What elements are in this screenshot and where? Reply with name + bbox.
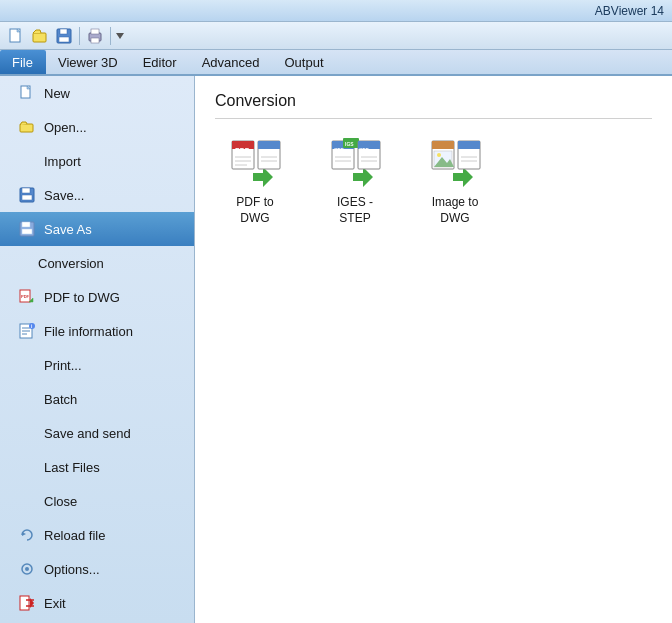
sidebar-item-saveandsend[interactable]: Save and send <box>0 416 194 450</box>
svg-rect-8 <box>91 38 99 43</box>
svg-text:DWG: DWG <box>260 148 275 154</box>
conversion-grid: PDF DWG PDF to DWG <box>215 131 652 232</box>
toolbar-open-icon[interactable] <box>29 25 51 47</box>
sidebar-item-batch[interactable]: Batch <box>0 382 194 416</box>
toolbar-divider-1 <box>79 27 80 45</box>
toolbar-print-icon[interactable] <box>84 25 106 47</box>
image-to-dwg-icon: DWG <box>429 137 481 189</box>
conversion-item-image-to-dwg[interactable]: DWG Image toDWG <box>415 131 495 232</box>
sidebar-item-conversion[interactable]: Conversion <box>0 246 194 280</box>
options-icon <box>18 560 36 578</box>
conversion-item-iges-step[interactable]: STP IGS STP <box>315 131 395 232</box>
sidebar-item-print[interactable]: Print... <box>0 348 194 382</box>
toolbar-dropdown[interactable] <box>114 25 126 47</box>
svg-text:IGS: IGS <box>345 141 354 147</box>
svg-text:STP: STP <box>334 147 344 153</box>
sidebar-item-reloadfile[interactable]: Reload file <box>0 518 194 552</box>
sidebar-item-lastfiles[interactable]: Last Files <box>0 450 194 484</box>
svg-marker-65 <box>453 167 473 187</box>
menu-bar: File Viewer 3D Editor Advanced Output <box>0 50 672 76</box>
conversion-item-pdf-to-dwg[interactable]: PDF DWG PDF to DWG <box>215 131 295 232</box>
sidebar-item-saveas[interactable]: Save As <box>0 212 194 246</box>
svg-rect-31 <box>20 596 29 610</box>
svg-rect-2 <box>33 33 46 42</box>
menu-output[interactable]: Output <box>272 50 336 74</box>
sidebar: New Open... Import <box>0 76 195 623</box>
sidebar-item-options[interactable]: Options... <box>0 552 194 586</box>
app-title: ABViewer 14 <box>595 4 664 18</box>
svg-rect-14 <box>22 188 30 193</box>
print-placeholder-icon <box>18 356 36 374</box>
iges-step-label: IGES - STEP <box>321 195 389 226</box>
content-panel: Conversion PDF <box>195 76 672 623</box>
content-title: Conversion <box>215 92 652 119</box>
svg-text:PDF: PDF <box>235 147 250 154</box>
iges-step-icon: STP IGS STP <box>329 137 381 189</box>
image-to-dwg-label: Image toDWG <box>432 195 479 226</box>
toolbar-divider-2 <box>110 27 111 45</box>
svg-text:PDF: PDF <box>21 294 30 299</box>
svg-marker-9 <box>116 33 124 39</box>
save-icon <box>18 186 36 204</box>
new-icon <box>18 84 36 102</box>
conversion-placeholder-icon <box>12 254 30 272</box>
svg-marker-41 <box>253 167 273 187</box>
sidebar-item-save[interactable]: Save... <box>0 178 194 212</box>
svg-marker-54 <box>353 167 373 187</box>
svg-rect-18 <box>22 229 32 234</box>
sidebar-item-import[interactable]: Import <box>0 144 194 178</box>
svg-text:STP: STP <box>359 147 369 153</box>
svg-rect-61 <box>432 141 454 149</box>
svg-rect-15 <box>22 195 32 200</box>
saveandsend-placeholder-icon <box>18 424 36 442</box>
open-icon <box>18 118 36 136</box>
sidebar-item-new[interactable]: New <box>0 76 194 110</box>
exit-icon <box>18 594 36 612</box>
sidebar-item-exit[interactable]: Exit <box>0 586 194 620</box>
fileinfo-icon: i <box>18 322 36 340</box>
svg-rect-17 <box>22 222 30 227</box>
svg-marker-28 <box>22 532 26 536</box>
import-placeholder-icon <box>18 152 36 170</box>
pdf-to-dwg-label: PDF to DWG <box>221 195 289 226</box>
main-area: New Open... Import <box>0 76 672 623</box>
sidebar-item-open[interactable]: Open... <box>0 110 194 144</box>
svg-text:DWG: DWG <box>460 148 475 154</box>
svg-rect-7 <box>91 29 99 34</box>
sidebar-item-close[interactable]: Close <box>0 484 194 518</box>
menu-file[interactable]: File <box>0 50 46 74</box>
batch-placeholder-icon <box>18 390 36 408</box>
toolbar-new-icon[interactable] <box>5 25 27 47</box>
sidebar-item-pdftodwg[interactable]: PDF PDF to DWG <box>0 280 194 314</box>
toolbar <box>0 22 672 50</box>
svg-rect-4 <box>60 29 67 34</box>
saveas-icon <box>18 220 36 238</box>
menu-advanced[interactable]: Advanced <box>190 50 273 74</box>
reload-icon <box>18 526 36 544</box>
menu-viewer3d[interactable]: Viewer 3D <box>46 50 131 74</box>
pdf-icon: PDF <box>18 288 36 306</box>
svg-rect-5 <box>59 37 69 42</box>
close-placeholder-icon <box>18 492 36 510</box>
pdf-to-dwg-icon: PDF DWG <box>229 137 281 189</box>
toolbar-save-icon[interactable] <box>53 25 75 47</box>
svg-point-63 <box>437 153 441 157</box>
svg-rect-12 <box>20 124 33 132</box>
svg-point-30 <box>25 567 29 571</box>
title-bar: ABViewer 14 <box>0 0 672 22</box>
menu-editor[interactable]: Editor <box>131 50 190 74</box>
lastfiles-placeholder-icon <box>18 458 36 476</box>
sidebar-item-fileinfo[interactable]: i File information <box>0 314 194 348</box>
